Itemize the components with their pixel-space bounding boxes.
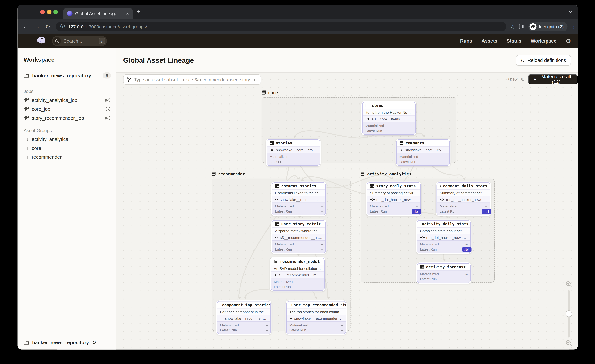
sidebar-item-activity-analytics-job[interactable]: activity_analytics_job [18, 96, 116, 105]
asset-node-stories[interactable]: stories snowflake__core__stories Materia… [266, 138, 321, 166]
dbt-badge: dbt [412, 209, 421, 214]
op-icon [290, 317, 293, 320]
asset-subset-filter[interactable] [123, 74, 261, 85]
sidebar-item-activity-analytics-group[interactable]: activity_analytics [18, 135, 116, 144]
asset-description: The top stories for each commenter (user… [287, 308, 346, 315]
op-name: run_dbt_hacker_news_dbt [446, 197, 487, 202]
asset-stats: Materialized– Latest Run– [417, 270, 470, 282]
close-window-button[interactable] [40, 10, 45, 14]
asset-name: story_daily_stats [376, 184, 416, 188]
asset-node-items[interactable]: items Items from the Hacker News API: ea… [361, 101, 417, 136]
sidebar-footer-repo[interactable]: hacker_news_repository ↻ [18, 335, 116, 350]
reload-definitions-button[interactable]: ↻ Reload definitions [516, 55, 571, 66]
sidebar-item-recommender-group[interactable]: recommender [18, 152, 116, 161]
asset-stats: Materialized– Latest Run– [272, 203, 326, 215]
sidebar-repo-row[interactable]: hacker_news_repository 6 [18, 68, 116, 83]
asset-stats: Materialized– Latest Run– [363, 122, 415, 134]
op-icon [420, 236, 425, 239]
main-panel: Global Asset Lineage ↻ Reload definition… [116, 48, 578, 350]
sidebar-item-core-job[interactable]: core_job [18, 104, 116, 113]
asset-name: stories [276, 141, 292, 145]
op-name: snowflake__recommender__comment_... [280, 197, 323, 202]
asset-stats: Materialized– Latest Run– [217, 321, 270, 334]
table-icon [370, 184, 374, 188]
job-icon [24, 115, 29, 120]
zoom-out-icon[interactable] [566, 340, 572, 346]
asset-subset-input[interactable] [134, 77, 258, 82]
asset-name: comment_stories [281, 184, 316, 188]
new-tab-button[interactable]: + [137, 8, 141, 16]
search-input[interactable] [64, 38, 94, 44]
asset-description: An SVD model for collaborative filtering… [271, 265, 324, 271]
nav-workspace[interactable]: Workspace [531, 38, 556, 44]
sensor-icon [105, 98, 111, 102]
tab-close-icon[interactable]: × [126, 11, 129, 16]
dag-icon [127, 77, 132, 82]
table-icon [269, 141, 274, 145]
op-name: snowflake__core__comments [405, 148, 446, 152]
asset-stats: Materialized– Latest Run– [271, 278, 324, 290]
op-name: s3__recommender__user_story_matrix [280, 235, 323, 240]
asset-node-activity-forecast[interactable]: activity_forecast Materialized– Latest R… [416, 262, 472, 284]
asset-node-user-story-matrix[interactable]: user_story_matrix A sparse matrix where … [271, 220, 327, 254]
asset-node-comment-stories[interactable]: comment_stories Comments linked to their… [271, 182, 327, 216]
asset-node-component-top-stories[interactable]: component_top_stories For each component… [216, 300, 272, 335]
asset-node-comments[interactable]: comments snowflake__core__comments Mater… [396, 138, 451, 166]
graph-refresh-icon[interactable]: ↻ [521, 76, 525, 82]
asset-description: Summary of comment activity by day [437, 189, 490, 196]
hamburger-menu-icon[interactable] [24, 39, 30, 43]
asset-node-user-top-recommended-stories[interactable]: user_top_recommended_stories The top sto… [286, 300, 347, 335]
nav-runs[interactable]: Runs [460, 38, 472, 44]
schedule-clock-icon [105, 107, 111, 112]
asset-name: recommender_model [280, 259, 320, 264]
nav-status[interactable]: Status [507, 38, 522, 44]
asset-name: user_top_recommended_stories [291, 303, 346, 307]
settings-gear-icon[interactable]: ⚙ [566, 38, 571, 45]
sidebar-item-story-recommender-job[interactable]: story_recommender_job [18, 113, 116, 123]
forward-icon[interactable]: → [34, 23, 40, 30]
asset-name: comments [406, 141, 424, 145]
back-icon[interactable]: ← [23, 23, 29, 30]
asset-node-recommender-model[interactable]: recommender_model An SVD model for colla… [270, 257, 326, 292]
sidebar-item-core-group[interactable]: core [18, 144, 116, 153]
browser-menu-icon[interactable]: ⋮ [571, 24, 577, 30]
bookmark-star-icon[interactable]: ☆ [510, 23, 515, 30]
op-icon [399, 149, 404, 151]
table-icon [420, 265, 424, 269]
toolbar-right: ☆ Incognito (2) ⋮ [510, 22, 578, 31]
tab-strip: Global Asset Lineage × + [18, 5, 578, 19]
table-icon [275, 222, 279, 226]
sensor-icon [105, 116, 111, 120]
tab-title: Global Asset Lineage [75, 11, 123, 16]
zoom-slider-knob[interactable] [566, 310, 572, 317]
page-title: Global Asset Lineage [123, 56, 194, 65]
lineage-edges [116, 73, 578, 350]
asset-group-icon [24, 155, 29, 160]
materialize-all-button[interactable]: ✦ Materialize all (12) [528, 74, 578, 84]
asset-graph-canvas[interactable]: 0:12 ↻ ✦ Materialize all (12) core [116, 73, 578, 350]
table-icon [274, 259, 278, 264]
incognito-badge[interactable]: Incognito (2) [528, 22, 567, 31]
fullscreen-window-button[interactable] [53, 10, 58, 14]
reload-icon[interactable]: ↻ [45, 23, 50, 30]
browser-tab[interactable]: Global Asset Lineage × [63, 8, 133, 19]
asset-description: Summary of posting activity by day [367, 189, 420, 196]
zoom-in-icon[interactable] [566, 281, 572, 288]
url-bar[interactable]: ⓘ 127.0.0.1:3000/instance/asset-groups/ [56, 22, 506, 31]
asset-name: items [372, 103, 383, 108]
screen: Global Asset Lineage × + ← → ↻ ⓘ 127.0.0… [0, 0, 595, 364]
url-host: 127.0.0.1 [68, 24, 87, 29]
op-icon [269, 149, 274, 151]
side-panel-icon[interactable] [519, 24, 525, 30]
minimize-window-button[interactable] [47, 10, 52, 14]
op-icon [365, 117, 370, 120]
global-search[interactable]: / [52, 36, 107, 46]
repo-reload-icon[interactable]: ↻ [92, 340, 96, 345]
url-text: 127.0.0.1:3000/instance/asset-groups/ [68, 24, 147, 29]
asset-stats: Materialized– Latest Run– [267, 153, 320, 165]
site-info-icon[interactable]: ⓘ [60, 23, 65, 30]
job-icon [24, 97, 29, 103]
nav-assets[interactable]: Assets [482, 38, 497, 44]
chevron-down-icon[interactable] [568, 10, 573, 13]
asset-group-icon [24, 137, 29, 142]
